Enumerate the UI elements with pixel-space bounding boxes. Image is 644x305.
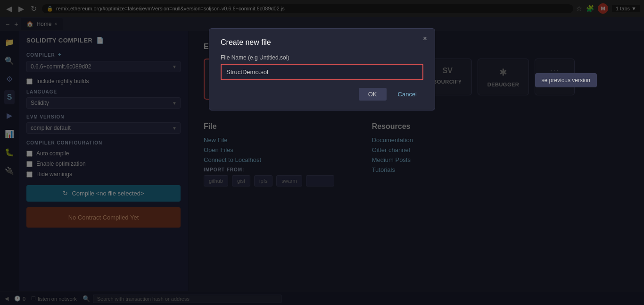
- file-name-label: File Name (e.g Untitled.sol): [221, 54, 423, 61]
- modal-cancel-button[interactable]: Cancel: [391, 88, 423, 101]
- create-file-modal: Create new file × File Name (e.g Untitle…: [209, 28, 435, 110]
- modal-actions: OK Cancel: [221, 88, 423, 101]
- modal-overlay: se previous version Create new file × Fi…: [0, 0, 644, 305]
- use-previous-container: se previous version: [535, 73, 597, 87]
- modal-close-button[interactable]: ×: [423, 34, 427, 43]
- modal-ok-button[interactable]: OK: [359, 88, 387, 101]
- file-name-input[interactable]: [221, 64, 423, 80]
- modal-title: Create new file: [221, 38, 423, 47]
- use-previous-label: se previous version: [542, 77, 590, 84]
- use-previous-button[interactable]: se previous version: [535, 73, 597, 87]
